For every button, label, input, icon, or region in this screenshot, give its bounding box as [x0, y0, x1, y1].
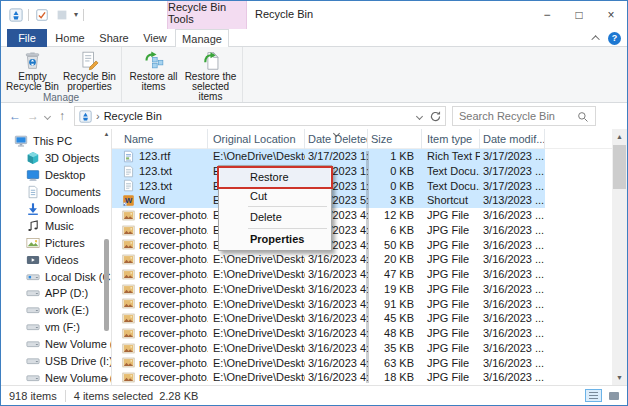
file-row[interactable]: recover-photo...E:\OneDrive\Desktop\...3…: [112, 282, 545, 297]
sidebar-item-vm-f[interactable]: vm (F:): [1, 319, 111, 336]
sidebar-item-music[interactable]: Music: [1, 217, 111, 234]
recent-locations-icon[interactable]: [44, 112, 51, 119]
sidebar-item-usb-drive-i[interactable]: USB Drive (I:): [1, 353, 111, 370]
search-icon[interactable]: [577, 111, 589, 123]
scroll-down-icon[interactable]: ▼: [103, 375, 110, 385]
column-headers: Name Original Location Date Deleted Size…: [112, 129, 627, 149]
qat-check-icon[interactable]: [34, 8, 49, 23]
cell-type: JPG File: [422, 297, 480, 312]
empty-recycle-bin-button[interactable]: Empty Recycle Bin: [4, 49, 61, 92]
help-icon[interactable]: ?: [608, 32, 621, 45]
restore-the-selected-items-button[interactable]: Restore the selected items: [182, 49, 239, 102]
file-row[interactable]: recover-photo...E:\OneDrive\Desktop\...3…: [112, 341, 545, 356]
menu-item-properties[interactable]: Properties: [220, 230, 330, 249]
sidebar-item-desktop[interactable]: Desktop: [1, 167, 111, 184]
file-row[interactable]: recover-photo...E:\OneDrive\Desktop\...3…: [112, 252, 545, 267]
sidebar-item-pictures[interactable]: Pictures: [1, 234, 111, 251]
tab-home[interactable]: Home: [49, 29, 91, 47]
close-button[interactable]: ×: [595, 1, 627, 29]
tab-file[interactable]: File: [7, 29, 47, 47]
sidebar-item-work-e[interactable]: work (E:): [1, 302, 111, 319]
column-header-date-modified[interactable]: Date modif...: [480, 129, 545, 149]
file-name: recover-photo...: [139, 282, 208, 297]
cell-deleted: 3/16/2023 4:...: [305, 252, 368, 267]
menu-item-label: Cut: [250, 190, 267, 202]
file-list: Name Original Location Date Deleted Size…: [112, 129, 627, 385]
file-name: recover-photo...: [139, 311, 208, 326]
disk-icon: [26, 286, 40, 300]
file-row[interactable]: recover-photo...E:\OneDrive\Desktop\...3…: [112, 326, 545, 341]
sidebar-item-local-disk-c[interactable]: Local Disk (C:): [1, 268, 111, 285]
sidebar-scrollbar[interactable]: ▲ ▼: [102, 129, 111, 385]
menu-item-delete[interactable]: Delete: [220, 208, 330, 227]
qat-customize-dropdown-icon[interactable]: ▾: [74, 11, 78, 19]
column-header-size[interactable]: Size: [368, 129, 422, 149]
selection-count: 4 items selected: [74, 390, 153, 402]
sidebar-item-3d-objects[interactable]: 3D Objects: [1, 150, 111, 167]
tab-share[interactable]: Share: [93, 29, 135, 47]
recycle-bin-window-icon: [8, 8, 23, 23]
tab-manage[interactable]: Manage: [175, 29, 229, 48]
window-controls: − □ ×: [531, 1, 627, 29]
search-input[interactable]: [453, 110, 571, 122]
cell-size: 47 KB: [368, 267, 422, 282]
file-row[interactable]: recover-photo...E:\OneDrive\Desktop\...3…: [112, 311, 545, 326]
sidebar-item-documents[interactable]: Documents: [1, 184, 111, 201]
sidebar-item-app-d[interactable]: APP (D:): [1, 285, 111, 302]
disk-icon: [26, 303, 40, 317]
menu-item-cut[interactable]: Cut: [220, 187, 330, 206]
cell-name: recover-photo...: [112, 370, 208, 385]
recycle-bin-properties-button[interactable]: Recycle Bin properties: [61, 49, 118, 92]
scrollbar-thumb[interactable]: [104, 239, 109, 331]
scrollbar-thumb[interactable]: [613, 145, 626, 189]
refresh-icon[interactable]: [429, 110, 442, 123]
word-file-icon: W: [122, 194, 135, 207]
scroll-up-icon[interactable]: ▲: [103, 129, 110, 139]
minimize-ribbon-icon[interactable]: [591, 35, 599, 43]
maximize-button[interactable]: □: [563, 1, 595, 29]
file-row[interactable]: recover-photo...E:\OneDrive\Desktop\...3…: [112, 356, 545, 371]
column-header-original-location[interactable]: Original Location: [208, 129, 305, 149]
column-header-name[interactable]: Name: [112, 129, 208, 149]
file-row[interactable]: 123.rtfE:\OneDrive\Desktop3/17/2023 1:..…: [112, 149, 545, 164]
sidebar-item-new-volume-g[interactable]: New Volume (G:): [1, 369, 111, 385]
column-header-item-type[interactable]: Item type: [422, 129, 480, 149]
cell-name: 123.txt: [112, 179, 208, 194]
file-name: 123.txt: [139, 179, 172, 194]
minimize-button[interactable]: −: [531, 1, 563, 29]
cell-size: 45 KB: [368, 311, 422, 326]
sidebar-item-videos[interactable]: Videos: [1, 251, 111, 268]
address-box[interactable]: › Recycle Bin: [74, 106, 446, 126]
file-row[interactable]: recover-photo...E:\OneDrive\Desktop\...3…: [112, 370, 545, 385]
thumbnails-view-button[interactable]: [605, 389, 622, 402]
cell-size: 12 KB: [368, 208, 422, 223]
file-row[interactable]: recover-photo...E:\OneDrive\Desktop\...3…: [112, 297, 545, 312]
scroll-up-icon[interactable]: ▲: [612, 129, 627, 144]
qat-blank-icon[interactable]: [54, 8, 69, 23]
cell-type: JPG File: [422, 356, 480, 371]
cell-deleted: 3/16/2023 4:...: [305, 297, 368, 312]
back-icon[interactable]: ←: [7, 109, 23, 123]
breadcrumb[interactable]: Recycle Bin: [104, 110, 162, 122]
up-icon[interactable]: ↑: [54, 109, 70, 123]
sidebar-item-downloads[interactable]: Downloads: [1, 201, 111, 218]
menu-item-restore[interactable]: Restore: [220, 168, 330, 187]
sidebar-item-this-pc[interactable]: This PC: [1, 133, 111, 150]
photo-file-icon: [122, 268, 135, 281]
file-row[interactable]: recover-photo...E:\OneDrive\Desktop\...3…: [112, 267, 545, 282]
restore-all-items-button[interactable]: Restore all items: [125, 49, 182, 92]
sidebar-item-label: Music: [45, 220, 74, 232]
tab-view[interactable]: View: [137, 29, 173, 47]
details-view-icon: [589, 392, 598, 399]
sidebar-item-new-volume-g[interactable]: New Volume (G:): [1, 336, 111, 353]
photo-file-icon: [122, 209, 135, 222]
details-view-button[interactable]: [585, 389, 602, 402]
address-dropdown-icon[interactable]: [416, 112, 423, 119]
scroll-down-icon[interactable]: ▼: [612, 370, 627, 385]
list-scrollbar[interactable]: ▲ ▼: [612, 129, 627, 385]
sidebar-item-label: This PC: [33, 135, 72, 147]
forward-icon[interactable]: →: [25, 109, 41, 123]
cell-type: Shortcut: [422, 193, 480, 208]
photo-file-icon: [122, 312, 135, 325]
cell-name: recover-photo...: [112, 223, 208, 238]
